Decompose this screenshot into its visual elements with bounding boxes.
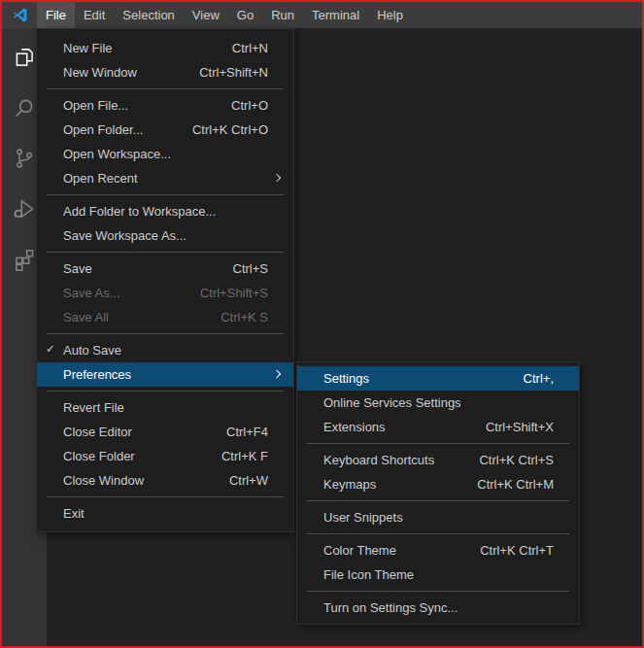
menu-item-shortcut: Ctrl+W [229,473,268,488]
menu-item-label: Keymaps [323,477,456,492]
menu-item-add-folder-to-workspace[interactable]: Add Folder to Workspace... [37,199,293,223]
menu-item-label: Keyboard Shortcuts [323,453,458,467]
menu-item-new-file[interactable]: New File Ctrl+N [37,36,293,60]
menu-item-label: New File [63,41,211,55]
menu-item-shortcut: Ctrl+K Ctrl+S [479,453,554,467]
submenu-item-settings[interactable]: Settings Ctrl+, [297,366,579,391]
menu-separator [307,500,569,501]
menu-item-label: Open Workspace... [63,147,268,161]
menu-item-label: New Window [63,65,178,80]
menu-separator [307,443,569,444]
menu-item-shortcut: Ctrl+K Ctrl+T [480,543,554,558]
submenu-item-extensions[interactable]: Extensions Ctrl+Shift+X [297,415,579,439]
vscode-logo-icon [2,2,37,28]
menu-item-label: Open File... [63,98,210,113]
submenu-item-turn-on-settings-sync[interactable]: Turn on Settings Sync... [297,596,579,620]
menu-item-label: User Snippets [323,510,554,525]
menu-item-label: Settings [323,371,502,386]
menu-item-label: Auto Save [63,343,268,358]
menu-item-label: Color Theme [323,543,458,558]
menu-item-label: Open Folder... [63,122,171,137]
menubar: File Edit Selection View Go Run Terminal… [2,2,642,28]
menu-separator [307,533,569,534]
menu-item-shortcut: Ctrl+Shift+N [199,65,268,80]
menu-item-label: Preferences [63,367,268,382]
menu-item-label: Close Editor [63,425,205,439]
menubar-item-terminal[interactable]: Terminal [303,2,368,28]
menu-item-shortcut: Ctrl+Shift+X [486,420,554,434]
menu-item-label: Close Folder [63,449,200,463]
menu-item-label: Save [63,261,212,276]
menu-item-new-window[interactable]: New Window Ctrl+Shift+N [37,60,293,85]
menu-separator [47,252,284,253]
menu-item-shortcut: Ctrl+K F [221,449,268,463]
menu-item-shortcut: Ctrl+F4 [226,425,268,439]
submenu-item-color-theme[interactable]: Color Theme Ctrl+K Ctrl+T [297,538,579,563]
submenu-item-keyboard-shortcuts[interactable]: Keyboard Shortcuts Ctrl+K Ctrl+S [297,448,579,472]
submenu-item-online-services-settings[interactable]: Online Services Settings [297,391,579,415]
menu-separator [47,194,284,195]
menu-item-label: File Icon Theme [323,567,554,582]
menu-item-label: Save Workspace As... [63,228,268,243]
submenu-arrow-icon [273,173,281,181]
menu-item-save-as[interactable]: Save As... Ctrl+Shift+S [37,281,293,305]
menu-item-exit[interactable]: Exit [37,501,293,526]
menubar-item-view[interactable]: View [184,2,228,28]
menu-separator [307,591,569,592]
menu-item-open-workspace[interactable]: Open Workspace... [37,142,293,166]
menu-item-label: Revert File [63,400,268,415]
menu-item-shortcut: Ctrl+N [232,41,268,55]
menu-item-revert-file[interactable]: Revert File [37,395,293,420]
menu-item-label: Add Folder to Workspace... [63,204,268,219]
menu-item-label: Save All [63,310,199,324]
menubar-item-run[interactable]: Run [262,2,303,28]
menu-item-shortcut: Ctrl+, [524,371,554,386]
menubar-item-edit[interactable]: Edit [75,2,114,28]
menu-separator [47,88,284,89]
menu-item-shortcut: Ctrl+K Ctrl+O [192,122,268,137]
menu-item-save-all[interactable]: Save All Ctrl+K S [37,305,293,329]
menu-item-close-editor[interactable]: Close Editor Ctrl+F4 [37,420,293,444]
menu-separator [47,391,284,392]
submenu-arrow-icon [273,369,281,377]
menubar-item-go[interactable]: Go [228,2,262,28]
checkmark-icon: ✓ [46,342,55,356]
menubar-item-help[interactable]: Help [368,2,412,28]
menu-item-auto-save[interactable]: ✓ Auto Save [37,338,293,362]
menu-item-save-workspace-as[interactable]: Save Workspace As... [37,223,293,248]
submenu-item-keymaps[interactable]: Keymaps Ctrl+K Ctrl+M [297,472,579,496]
menu-item-shortcut: Ctrl+K Ctrl+M [477,477,554,492]
menu-item-label: Turn on Settings Sync... [323,600,554,615]
menu-item-save[interactable]: Save Ctrl+S [37,256,293,281]
preferences-submenu: Settings Ctrl+, Online Services Settings… [296,361,580,625]
menu-item-shortcut: Ctrl+K S [220,310,268,324]
menu-item-label: Close Window [63,473,208,488]
menu-separator [47,333,284,334]
submenu-item-user-snippets[interactable]: User Snippets [297,505,579,529]
menu-item-open-recent[interactable]: Open Recent [37,166,293,190]
menubar-item-selection[interactable]: Selection [114,2,183,28]
menu-item-label: Online Services Settings [323,395,554,410]
menu-item-label: Exit [63,506,268,521]
menu-item-label: Open Recent [63,171,268,186]
menu-item-shortcut: Ctrl+Shift+S [200,286,268,300]
menu-item-label: Extensions [323,420,464,434]
menu-item-preferences[interactable]: Preferences [37,362,293,387]
menu-item-shortcut: Ctrl+O [231,98,268,113]
file-menu: New File Ctrl+N New Window Ctrl+Shift+N … [36,28,294,532]
vscode-window: { "colors": { "selection_blue": "#0e4b73… [0,0,644,648]
menubar-item-file[interactable]: File [37,2,75,28]
menu-item-shortcut: Ctrl+S [233,261,268,276]
menu-item-label: Save As... [63,286,179,300]
menu-item-close-folder[interactable]: Close Folder Ctrl+K F [37,444,293,468]
submenu-item-file-icon-theme[interactable]: File Icon Theme [297,563,579,587]
menu-separator [47,496,284,497]
menu-item-open-folder[interactable]: Open Folder... Ctrl+K Ctrl+O [37,118,293,142]
menu-item-open-file[interactable]: Open File... Ctrl+O [37,93,293,118]
menu-item-close-window[interactable]: Close Window Ctrl+W [37,468,293,493]
